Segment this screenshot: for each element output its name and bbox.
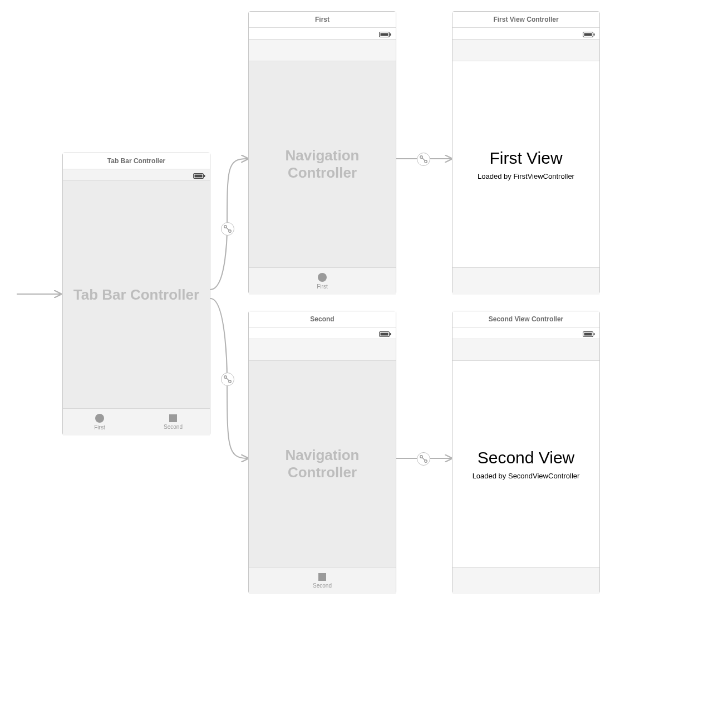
svg-rect-22 xyxy=(381,333,388,336)
view-subtitle-label: Loaded by FirstViewController xyxy=(478,172,574,180)
battery-icon xyxy=(583,330,595,340)
placeholder-label: Tab Bar Controller xyxy=(73,286,199,304)
view-subtitle-label: Loaded by SecondViewController xyxy=(473,472,580,480)
segue-badge-icon xyxy=(221,222,234,236)
segue-badge-icon xyxy=(417,153,430,166)
svg-line-5 xyxy=(227,228,229,231)
tab-label: First xyxy=(94,424,105,431)
placeholder-label: Navigation Controller xyxy=(249,447,396,481)
bottom-bar xyxy=(452,267,599,295)
scene-body: First View Loaded by FirstViewController xyxy=(452,61,599,267)
square-icon xyxy=(318,573,326,581)
placeholder-label: Navigation Controller xyxy=(249,147,396,182)
battery-icon xyxy=(379,330,391,340)
tab-label: Second xyxy=(313,583,332,589)
scene-nav-second[interactable]: Second Navigation Controller Second xyxy=(248,311,396,594)
tab-bar: First xyxy=(249,267,396,295)
status-bar xyxy=(452,28,599,40)
scene-title: Second View Controller xyxy=(452,311,599,327)
svg-rect-28 xyxy=(584,333,592,336)
battery-icon xyxy=(583,30,595,40)
scene-title: First View Controller xyxy=(452,12,599,28)
scene-tab-bar-controller[interactable]: Tab Bar Controller Tab Bar Controller Fi… xyxy=(62,153,210,436)
scene-body: Second View Loaded by SecondViewControll… xyxy=(452,361,599,567)
status-bar xyxy=(249,28,396,40)
svg-rect-26 xyxy=(594,33,595,36)
status-bar xyxy=(452,327,599,339)
tab-bar: First Second xyxy=(63,408,210,436)
tab-label: Second xyxy=(164,424,183,430)
tab-bar: Second xyxy=(249,567,396,594)
tab-first[interactable]: First xyxy=(249,268,396,295)
battery-icon xyxy=(193,172,205,182)
battery-icon xyxy=(379,30,391,40)
navigation-bar xyxy=(452,40,599,61)
scene-title: First xyxy=(249,12,396,28)
svg-rect-17 xyxy=(204,175,205,177)
svg-rect-23 xyxy=(390,333,391,335)
svg-rect-29 xyxy=(594,333,595,335)
scene-body: Navigation Controller xyxy=(249,61,396,267)
scene-second-view-controller[interactable]: Second View Controller Second View Loade… xyxy=(452,311,600,594)
circle-icon xyxy=(318,273,327,282)
svg-line-14 xyxy=(422,458,425,461)
svg-rect-16 xyxy=(195,175,203,178)
view-title-label: First View xyxy=(489,149,562,168)
view-title-label: Second View xyxy=(478,448,575,467)
scene-body: Tab Bar Controller xyxy=(63,181,210,408)
segue-badge-icon xyxy=(221,373,234,386)
status-bar xyxy=(249,327,396,339)
scene-title: Second xyxy=(249,311,396,327)
tab-first[interactable]: First xyxy=(63,409,136,436)
scene-body: Navigation Controller xyxy=(249,361,396,567)
storyboard-canvas[interactable]: Tab Bar Controller Tab Bar Controller Fi… xyxy=(0,0,728,724)
scene-title: Tab Bar Controller xyxy=(63,153,210,169)
circle-icon xyxy=(95,414,104,423)
navigation-bar xyxy=(249,40,396,61)
svg-line-8 xyxy=(227,378,229,381)
svg-rect-25 xyxy=(584,33,592,36)
square-icon xyxy=(169,414,177,422)
svg-rect-20 xyxy=(390,33,391,36)
scene-first-view-controller[interactable]: First View Controller First View Loaded … xyxy=(452,11,600,294)
svg-rect-19 xyxy=(381,33,388,36)
bottom-bar xyxy=(452,567,599,594)
tab-second[interactable]: Second xyxy=(249,568,396,594)
svg-line-11 xyxy=(422,158,425,161)
segue-badge-icon xyxy=(417,452,430,466)
scene-nav-first[interactable]: First Navigation Controller First xyxy=(248,11,396,294)
status-bar xyxy=(63,169,210,181)
tab-label: First xyxy=(317,283,327,290)
tab-second[interactable]: Second xyxy=(136,409,210,436)
navigation-bar xyxy=(249,339,396,361)
navigation-bar xyxy=(452,339,599,361)
